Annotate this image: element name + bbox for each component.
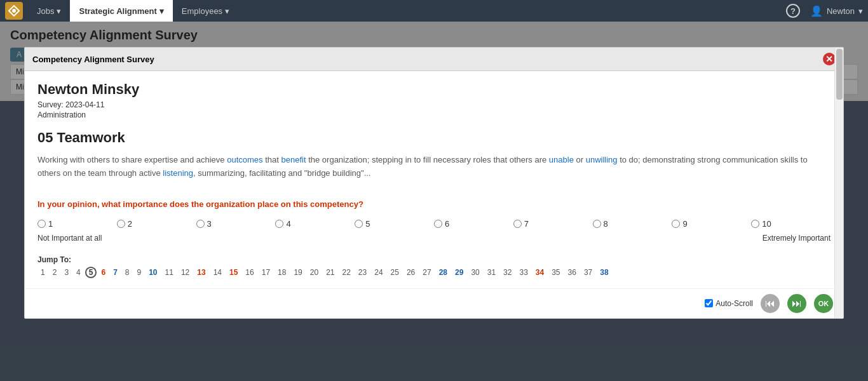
- radio-9[interactable]: [672, 220, 680, 228]
- highlight-outcomes: outcomes: [227, 155, 262, 164]
- modal-title: Competency Alignment Survey: [32, 55, 154, 64]
- jump-to-numbers: 1234567891011121314151617181920212223242…: [37, 267, 831, 278]
- jump-number-13[interactable]: 13: [194, 267, 208, 278]
- jump-number-5[interactable]: 5: [85, 267, 97, 278]
- jump-number-14[interactable]: 14: [210, 267, 225, 278]
- jump-number-11[interactable]: 11: [162, 267, 177, 278]
- jump-number-2[interactable]: 2: [50, 267, 60, 278]
- radio-option-1[interactable]: 1: [37, 219, 117, 229]
- jump-number-3[interactable]: 3: [61, 267, 72, 278]
- jump-number-7[interactable]: 7: [110, 267, 121, 278]
- radio-option-2[interactable]: 2: [117, 219, 196, 229]
- radio-option-3[interactable]: 3: [196, 219, 276, 229]
- radio-option-4[interactable]: 4: [275, 219, 355, 229]
- jump-number-4[interactable]: 4: [73, 267, 84, 278]
- radio-10[interactable]: [751, 220, 759, 228]
- modal-header: Competency Alignment Survey ✕: [25, 48, 843, 71]
- ok-button[interactable]: OK: [814, 294, 833, 313]
- survey-date: Survey: 2023-04-11: [37, 100, 139, 109]
- jump-number-20[interactable]: 20: [307, 267, 322, 278]
- rating-scale: 1 2 3 4 5 6 7: [37, 219, 831, 229]
- radio-7[interactable]: [513, 220, 522, 228]
- radio-option-10[interactable]: 10: [751, 219, 831, 229]
- jump-number-22[interactable]: 22: [339, 267, 354, 278]
- radio-option-7[interactable]: 7: [513, 219, 593, 229]
- radio-1[interactable]: [37, 220, 46, 228]
- jump-number-1[interactable]: 1: [37, 267, 48, 278]
- scale-label-right: Extremely Important: [763, 234, 831, 243]
- radio-option-6[interactable]: 6: [434, 219, 513, 229]
- jump-number-34[interactable]: 34: [532, 267, 547, 278]
- app-logo: [5, 2, 23, 20]
- highlight-listening: listening: [163, 168, 193, 178]
- jump-number-37[interactable]: 37: [581, 267, 595, 278]
- jump-number-8[interactable]: 8: [122, 267, 133, 278]
- highlight-unwilling: unwilling: [586, 155, 618, 164]
- radio-8[interactable]: [593, 220, 601, 228]
- radio-option-5[interactable]: 5: [355, 219, 434, 229]
- jump-number-27[interactable]: 27: [419, 267, 434, 278]
- modal-close-button[interactable]: ✕: [823, 53, 836, 65]
- svg-point-1: [12, 9, 16, 13]
- modal-overlay: Competency Alignment Survey ✕ Newton Min…: [0, 22, 868, 381]
- jump-number-18[interactable]: 18: [275, 267, 289, 278]
- radio-option-8[interactable]: 8: [593, 219, 672, 229]
- jump-number-35[interactable]: 35: [548, 267, 563, 278]
- competency-description: Working with others to share expertise a…: [37, 154, 831, 180]
- radio-4[interactable]: [275, 220, 283, 228]
- user-menu[interactable]: 👤 Newton ▾: [810, 5, 863, 17]
- jump-number-23[interactable]: 23: [355, 267, 370, 278]
- radio-2[interactable]: [117, 220, 125, 228]
- prev-button[interactable]: ⏭: [787, 294, 806, 313]
- jump-number-10[interactable]: 10: [146, 267, 160, 278]
- nav-right: ? 👤 Newton ▾: [786, 4, 863, 18]
- survey-modal: Competency Alignment Survey ✕ Newton Min…: [24, 47, 844, 319]
- radio-6[interactable]: [434, 220, 442, 228]
- jump-number-36[interactable]: 36: [565, 267, 580, 278]
- jump-number-31[interactable]: 31: [484, 267, 499, 278]
- nav-strategic-alignment[interactable]: Strategic Alignment ▾: [70, 0, 172, 22]
- scale-labels: Not Important at all Extremely Important: [37, 234, 831, 243]
- scrollbar-thumb[interactable]: [836, 49, 843, 100]
- scale-label-left: Not Important at all: [37, 234, 102, 243]
- auto-scroll-label[interactable]: Auto-Scroll: [705, 299, 753, 308]
- nav-jobs[interactable]: Jobs ▾: [28, 0, 70, 22]
- auto-scroll-checkbox[interactable]: [705, 299, 713, 307]
- modal-footer: Auto-Scroll ⏮ ⏭ OK: [25, 288, 843, 318]
- jump-number-12[interactable]: 12: [178, 267, 193, 278]
- jump-number-17[interactable]: 17: [259, 267, 273, 278]
- nav-employees[interactable]: Employees ▾: [173, 0, 238, 22]
- radio-3[interactable]: [196, 220, 205, 228]
- jump-to-label: Jump To:: [37, 255, 831, 264]
- competency-title: 05 Teamwork: [37, 130, 831, 146]
- modal-scrollbar[interactable]: [834, 48, 843, 318]
- jump-number-15[interactable]: 15: [226, 267, 241, 278]
- radio-option-9[interactable]: 9: [672, 219, 751, 229]
- user-icon: 👤: [810, 5, 823, 17]
- jump-number-29[interactable]: 29: [452, 267, 466, 278]
- highlight-unable: unable: [549, 155, 574, 164]
- jump-number-24[interactable]: 24: [371, 267, 386, 278]
- question-label: In your opinion, what importance does th…: [37, 199, 831, 209]
- top-navigation: Jobs ▾ Strategic Alignment ▾ Employees ▾…: [0, 0, 868, 22]
- jump-number-21[interactable]: 21: [323, 267, 337, 278]
- jump-number-26[interactable]: 26: [403, 267, 418, 278]
- radio-5[interactable]: [355, 220, 363, 228]
- employee-name: Newton Minsky: [37, 81, 139, 98]
- jump-number-19[interactable]: 19: [290, 267, 305, 278]
- jump-number-30[interactable]: 30: [468, 267, 482, 278]
- jump-number-6[interactable]: 6: [98, 267, 109, 278]
- jump-number-16[interactable]: 16: [242, 267, 257, 278]
- jump-number-9[interactable]: 9: [134, 267, 145, 278]
- jump-number-25[interactable]: 25: [388, 267, 402, 278]
- jump-number-33[interactable]: 33: [516, 267, 531, 278]
- jump-to-section: Jump To: 1234567891011121314151617181920…: [37, 255, 831, 278]
- help-button[interactable]: ?: [786, 4, 800, 18]
- first-button[interactable]: ⏮: [761, 294, 780, 313]
- highlight-benefit: benefit: [281, 155, 306, 164]
- modal-body: Newton Minsky Survey: 2023-04-11 Adminis…: [25, 71, 843, 288]
- department: Administration: [37, 110, 139, 119]
- jump-number-28[interactable]: 28: [436, 267, 451, 278]
- jump-number-32[interactable]: 32: [500, 267, 515, 278]
- jump-number-38[interactable]: 38: [597, 267, 611, 278]
